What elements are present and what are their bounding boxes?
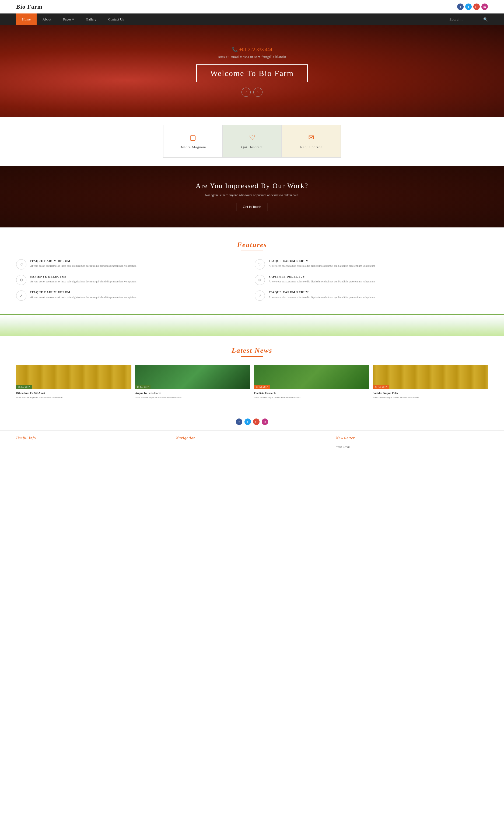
- feature-label-1: Qui Dolorem: [241, 145, 263, 149]
- footer-col-useful: Useful Info: [16, 436, 168, 450]
- news-underline: [241, 356, 263, 357]
- heart-icon: ♡: [241, 133, 263, 142]
- instagram-icon[interactable]: in: [481, 4, 488, 10]
- feature-card-2[interactable]: ✉ Neque porroe: [282, 125, 341, 158]
- feature-item-4: ↗ ITAQUE EARUM RERUM At vero eos et accu…: [16, 291, 249, 301]
- feature-icon-4: ↗: [16, 291, 26, 301]
- search-icon[interactable]: 🔍: [483, 17, 488, 22]
- feature-item-0: ♡ ITAQUE EARUM RERUM At vero eos et accu…: [16, 259, 249, 270]
- mail-icon: ✉: [300, 133, 322, 142]
- feature-desc-5: At vero eos et accusamus et iusto odio d…: [269, 295, 375, 299]
- feature-card-1[interactable]: ♡ Qui Dolorem: [222, 125, 282, 158]
- impressed-section: Are You Impressed By Our Work? Nor again…: [0, 166, 504, 228]
- footer-facebook-icon[interactable]: f: [236, 418, 242, 425]
- hero-subtitle: Duis euismod massa ut sem fringilla blan…: [196, 55, 308, 59]
- news-card-2[interactable]: 23 Feb 2017 Facilisis Consecte Nunc soda…: [254, 365, 369, 400]
- footer-instagram-icon[interactable]: in: [262, 418, 268, 425]
- features-underline: [241, 251, 263, 251]
- feature-text-5: ITAQUE EARUM RERUM At vero eos et accusa…: [269, 291, 375, 299]
- footer-col-nav: Navigation: [176, 436, 328, 450]
- feature-icon-1: ♡: [255, 259, 265, 270]
- footer-nav-title: Navigation: [176, 436, 328, 440]
- prev-arrow[interactable]: ‹: [241, 88, 251, 97]
- feature-heading-5: ITAQUE EARUM RERUM: [269, 291, 375, 294]
- nav-contact[interactable]: Contact Us: [102, 13, 130, 25]
- footer-grid: Useful Info Navigation Newsletter: [16, 436, 488, 450]
- feature-icon-2: ⚙: [16, 275, 26, 285]
- footer-social: f t g+ in: [0, 410, 504, 430]
- impressed-title: Are You Impressed By Our Work?: [5, 182, 499, 190]
- feature-heading-1: ITAQUE EARUM RERUM: [269, 259, 375, 263]
- feature-icon-0: ♡: [16, 259, 26, 270]
- news-date-2: 23 Feb 2017: [254, 385, 270, 389]
- hero-section: 📞 +01 222 333 444 Duis euismod massa ut …: [0, 25, 504, 117]
- feature-heading-4: ITAQUE EARUM RERUM: [30, 291, 137, 294]
- feature-item-5: ↗ ITAQUE EARUM RERUM At vero eos et accu…: [255, 291, 488, 301]
- news-date-1: 19 Jan 2017: [135, 385, 151, 389]
- feature-text-4: ITAQUE EARUM RERUM At vero eos et accusa…: [30, 291, 137, 299]
- header-social-icons: f t g+ in: [457, 4, 488, 10]
- news-title-0: Bibendum Ex Sit Amet: [16, 391, 131, 395]
- news-date-0: 15 Jan 2017: [16, 385, 32, 389]
- footer-twitter-icon[interactable]: t: [244, 418, 251, 425]
- feature-desc-4: At vero eos et accusamus et iusto odio d…: [30, 295, 137, 299]
- footer-newsletter-title: Newsletter: [336, 436, 488, 440]
- feature-icon-5: ↗: [255, 291, 265, 301]
- feature-text-1: ITAQUE EARUM RERUM At vero eos et accusa…: [269, 259, 375, 268]
- nav-search: 🔍: [449, 17, 488, 22]
- feature-heading-0: ITAQUE EARUM RERUM: [30, 259, 137, 263]
- get-in-touch-button[interactable]: Get In Touch: [236, 202, 268, 211]
- hero-arrows: ‹ ›: [196, 88, 308, 97]
- twitter-icon[interactable]: t: [465, 4, 472, 10]
- feature-label-2: Neque porroe: [300, 145, 322, 149]
- nav-about[interactable]: About: [37, 13, 57, 25]
- feature-item-1: ♡ ITAQUE EARUM RERUM At vero eos et accu…: [255, 259, 488, 270]
- nav-gallery[interactable]: Gallery: [80, 13, 102, 25]
- googleplus-icon[interactable]: g+: [473, 4, 480, 10]
- facebook-icon[interactable]: f: [457, 4, 464, 10]
- copy-icon: ▢: [180, 133, 206, 142]
- nav-home[interactable]: Home: [16, 13, 37, 25]
- news-img-bg-2: [254, 365, 369, 389]
- news-date-3: 28 Feb 2017: [373, 385, 389, 389]
- nav-pages[interactable]: Pages ▾: [57, 13, 80, 25]
- footer-googleplus-icon[interactable]: g+: [253, 418, 260, 425]
- news-card-3[interactable]: 28 Feb 2017 Sodales Augue Felis Nunc sod…: [373, 365, 488, 400]
- features-title: Features: [16, 241, 488, 249]
- phone-icon: 📞: [232, 47, 238, 52]
- impressed-subtitle: Nor again is there anyone who loves or p…: [5, 193, 499, 197]
- newsletter-email-input[interactable]: [336, 444, 488, 450]
- main-nav: Home About Pages ▾ Gallery Contact Us 🔍: [0, 13, 504, 25]
- news-excerpt-0: Nunc sodales augue in felis facilisis co…: [16, 396, 131, 400]
- footer: Useful Info Navigation Newsletter: [0, 430, 504, 461]
- news-title-3: Sodales Augue Felis: [373, 391, 488, 395]
- news-card-0[interactable]: 15 Jan 2017 Bibendum Ex Sit Amet Nunc so…: [16, 365, 131, 400]
- news-image-1: 19 Jan 2017: [135, 365, 250, 389]
- feature-desc-1: At vero eos et accusamus et iusto odio d…: [269, 264, 375, 268]
- feature-label-0: Dolore Magnam: [180, 145, 206, 149]
- news-image-3: 28 Feb 2017: [373, 365, 488, 389]
- feature-heading-3: SAPIENTE DELECTUS: [269, 275, 375, 278]
- feature-desc-3: At vero eos et accusamus et iusto odio d…: [269, 280, 375, 284]
- news-image-2: 23 Feb 2017: [254, 365, 369, 389]
- feature-card-content-2: ✉ Neque porroe: [300, 133, 322, 149]
- site-title: Bio Farm: [16, 3, 43, 10]
- news-img-bg-0: [16, 365, 131, 389]
- feature-desc-0: At vero eos et accusamus et iusto odio d…: [30, 264, 137, 268]
- nav-links: Home About Pages ▾ Gallery Contact Us: [16, 13, 449, 25]
- news-grid: 15 Jan 2017 Bibendum Ex Sit Amet Nunc so…: [16, 365, 488, 400]
- hero-content: 📞 +01 222 333 444 Duis euismod massa ut …: [196, 46, 308, 97]
- news-excerpt-3: Nunc sodales augue in felis facilisis co…: [373, 396, 488, 400]
- next-arrow[interactable]: ›: [253, 88, 263, 97]
- news-excerpt-2: Nunc sodales augue in felis facilisis co…: [254, 396, 369, 400]
- footer-useful-title: Useful Info: [16, 436, 168, 440]
- news-card-1[interactable]: 19 Jan 2017 Augue In Felis Facili Nunc s…: [135, 365, 250, 400]
- search-input[interactable]: [449, 18, 482, 22]
- news-title: Latest News: [16, 347, 488, 355]
- news-section: Latest News 15 Jan 2017 Bibendum Ex Sit …: [0, 336, 504, 410]
- feature-card-0[interactable]: ▢ Dolore Magnam: [163, 125, 222, 158]
- news-title-2: Facilisis Consecte: [254, 391, 369, 395]
- hero-title: Welcome To Bio Farm: [210, 69, 294, 78]
- feature-item-3: ⚙ SAPIENTE DELECTUS At vero eos et accus…: [255, 275, 488, 285]
- footer-col-newsletter: Newsletter: [336, 436, 488, 450]
